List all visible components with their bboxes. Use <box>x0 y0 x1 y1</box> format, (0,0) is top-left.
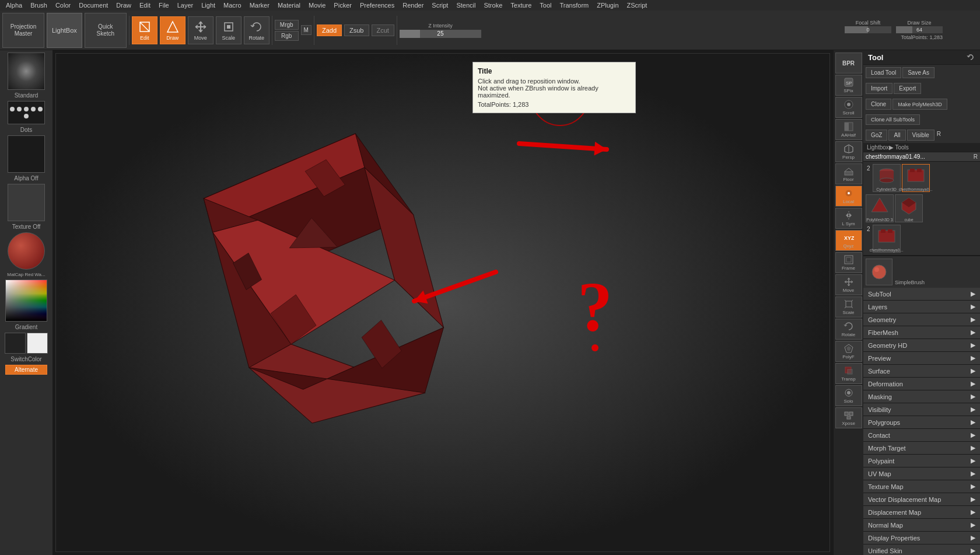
menu-stroke[interactable]: Stroke <box>480 2 506 9</box>
simple-brush-thumbnail[interactable] <box>866 259 892 285</box>
rotate-icon-btn[interactable]: Rotate <box>835 319 862 340</box>
unifiedskin-header[interactable]: Unified Skin ▶ <box>863 544 980 555</box>
menu-macro[interactable]: Macro <box>220 2 245 9</box>
xpose-button[interactable]: Xpose <box>835 407 862 428</box>
menu-alpha[interactable]: Alpha <box>2 2 26 9</box>
fibermesh-header[interactable]: FiberMesh ▶ <box>863 326 980 338</box>
scale-icon-btn[interactable]: Scale <box>835 296 862 317</box>
zadd-button[interactable]: Zadd <box>317 25 342 36</box>
spix-button[interactable]: SP SPix <box>835 75 862 96</box>
contact-header[interactable]: Contact ▶ <box>863 429 980 441</box>
tool-scroll-area[interactable]: 2 Cylinder3D <box>863 162 980 555</box>
z-intensity-slider[interactable]: 25 <box>400 30 481 38</box>
polymesh3d-3-tool[interactable]: PolyMesh3D 3 <box>866 194 894 222</box>
clone-button[interactable]: Clone <box>866 99 891 110</box>
uvmap-header[interactable]: UV Map ▶ <box>863 467 980 480</box>
m-button[interactable]: M <box>301 25 312 35</box>
preview-header[interactable]: Preview ▶ <box>863 352 980 364</box>
scroll-button[interactable]: Scroll <box>835 97 862 118</box>
menu-document[interactable]: Document <box>75 2 111 9</box>
canvas-area[interactable]: Title Click and drag to reposition windo… <box>52 50 833 555</box>
qxyz-button[interactable]: XYZ Qxyz <box>835 230 862 251</box>
chestfrommaya-tool-1[interactable]: chestfrommaya0... <box>902 164 930 192</box>
menu-picker[interactable]: Picker <box>330 2 355 9</box>
zcut-button[interactable]: Zcut <box>372 25 394 36</box>
polygroups-header[interactable]: Polygroups ▶ <box>863 416 980 428</box>
draw-button[interactable]: Draw <box>160 16 186 44</box>
goz-button[interactable]: GoZ <box>866 130 887 141</box>
deformation-header[interactable]: Deformation ▶ <box>863 378 980 390</box>
rgb-button[interactable]: Rgb <box>275 31 299 41</box>
draw-size-slider[interactable]: 64 <box>896 26 943 33</box>
morphtarget-header[interactable]: Morph Target ▶ <box>863 442 980 454</box>
quick-sketch-button[interactable]: Quick Sketch <box>85 13 127 48</box>
projection-master-button[interactable]: Projection Master <box>2 13 44 48</box>
menu-marker[interactable]: Marker <box>246 2 273 9</box>
make-polymesh-button[interactable]: Make PolyMesh3D <box>892 99 947 110</box>
layers-header[interactable]: Layers ▶ <box>863 301 980 313</box>
load-tool-button[interactable]: Load Tool <box>866 67 901 78</box>
menu-material[interactable]: Material <box>274 2 304 9</box>
menu-render[interactable]: Render <box>399 2 427 9</box>
polyf-button[interactable]: PolyF <box>835 341 862 362</box>
save-as-button[interactable]: Save As <box>902 67 935 78</box>
dots-alpha-thumbnail[interactable] <box>8 101 45 124</box>
menu-color[interactable]: Color <box>52 2 74 9</box>
texturemap-header[interactable]: Texture Map ▶ <box>863 480 980 493</box>
chestfrommaya-tool-2[interactable]: chestfrommaya0... <box>873 225 901 253</box>
menu-movie[interactable]: Movie <box>305 2 329 9</box>
menu-stencil[interactable]: Stencil <box>453 2 479 9</box>
polypaint-header[interactable]: Polypaint ▶ <box>863 455 980 467</box>
menu-texture[interactable]: Texture <box>507 2 535 9</box>
menu-light[interactable]: Light <box>198 2 219 9</box>
menu-preferences[interactable]: Preferences <box>356 2 398 9</box>
local-button[interactable]: Local <box>835 186 862 207</box>
lightbox-button[interactable]: LightBox <box>47 13 82 48</box>
normalmap-header[interactable]: Normal Map ▶ <box>863 519 980 531</box>
transp-button[interactable]: Transp <box>835 363 862 384</box>
frame-button[interactable]: Frame <box>835 252 862 273</box>
alternate-button[interactable]: Alternate <box>5 365 47 375</box>
alpha-thumbnail[interactable] <box>8 135 45 173</box>
geometryhd-header[interactable]: Geometry HD ▶ <box>863 339 980 351</box>
menu-brush[interactable]: Brush <box>27 2 51 9</box>
bpr-button[interactable]: BPR <box>835 53 862 74</box>
surface-header[interactable]: Surface ▶ <box>863 365 980 377</box>
menu-draw[interactable]: Draw <box>113 2 135 9</box>
import-button[interactable]: Import <box>866 83 892 94</box>
floor-button[interactable]: Floor <box>835 163 862 184</box>
rotate-button[interactable]: Rotate <box>244 16 270 44</box>
displayprops-header[interactable]: Display Properties ▶ <box>863 532 980 544</box>
secondary-color-swatch[interactable] <box>27 333 48 354</box>
edit-button[interactable]: Edit <box>132 16 158 44</box>
menu-edit[interactable]: Edit <box>136 2 154 9</box>
menu-file[interactable]: File <box>155 2 173 9</box>
matcap-thumbnail[interactable] <box>8 232 45 270</box>
color-picker[interactable] <box>5 280 47 322</box>
persp-button[interactable]: Persp <box>835 141 862 162</box>
main-color-swatch[interactable] <box>5 333 26 354</box>
aahalf-button[interactable]: AAHalf <box>835 119 862 140</box>
menu-transform[interactable]: Transform <box>556 2 593 9</box>
cube-tool[interactable]: cube <box>895 194 923 222</box>
visible-button[interactable]: Visible <box>907 130 935 141</box>
menu-zplugin[interactable]: ZPlugin <box>593 2 622 9</box>
move-button[interactable]: Move <box>188 16 214 44</box>
clone-all-subtools-button[interactable]: Clone All SubTools <box>866 114 920 125</box>
brush-thumbnail[interactable] <box>8 53 45 90</box>
vdm-header[interactable]: Vector Displacement Map ▶ <box>863 493 980 505</box>
visibility-header[interactable]: Visibility ▶ <box>863 403 980 416</box>
move-icon-btn[interactable]: Move <box>835 274 862 295</box>
displacementmap-header[interactable]: Displacement Map ▶ <box>863 506 980 518</box>
mrgb-button[interactable]: Mrgb <box>275 20 299 30</box>
scale-button[interactable]: Scale <box>216 16 242 44</box>
masking-header[interactable]: Masking ▶ <box>863 390 980 403</box>
zsub-button[interactable]: Zsub <box>344 25 369 36</box>
menu-layer[interactable]: Layer <box>174 2 197 9</box>
solo-button[interactable]: Solo <box>835 385 862 406</box>
cylinder3d-tool[interactable]: Cylinder3D <box>873 164 901 192</box>
focal-shift-slider[interactable]: 0 <box>845 26 891 33</box>
geometry-header[interactable]: Geometry ▶ <box>863 313 980 326</box>
subtool-header[interactable]: SubTool ▶ <box>863 288 980 300</box>
export-button[interactable]: Export <box>894 83 921 94</box>
